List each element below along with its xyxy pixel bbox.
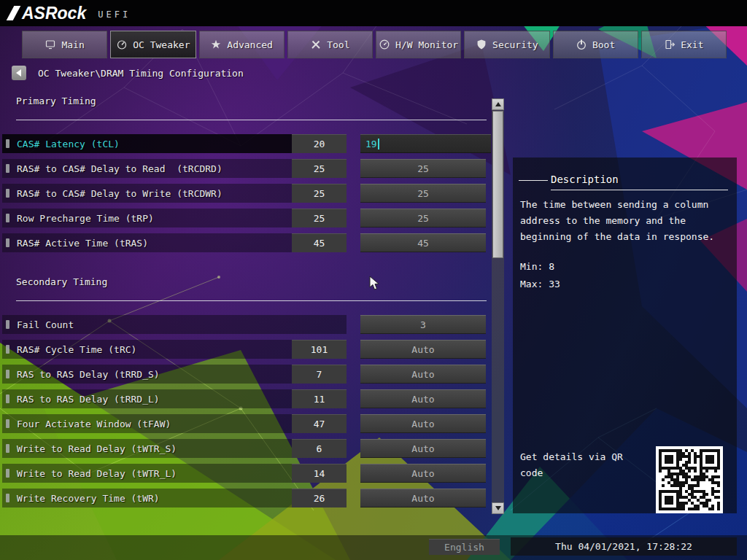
row-strip: Write Recovery Time (tWR) 26 [2, 489, 347, 508]
current-value: 47 [292, 414, 347, 433]
value-select[interactable]: Auto [360, 464, 486, 483]
row-strip: Fail Count [2, 315, 347, 334]
qr-code [656, 446, 723, 513]
hw-monitor-icon [379, 39, 390, 50]
value-text: 25 [417, 213, 429, 224]
item-bullet-icon [6, 139, 9, 148]
current-value: 101 [292, 340, 347, 359]
item-bullet-icon [6, 370, 9, 378]
value-select[interactable]: Auto [360, 365, 486, 384]
boot-icon [576, 39, 587, 50]
description-line: The time between sending a column [520, 197, 732, 213]
value-select[interactable]: 3 [360, 315, 486, 334]
setting-row-fail-count[interactable]: Fail Count 3 [2, 315, 484, 334]
setting-row-twtr-s[interactable]: Write to Read Delay (tWTR_S) 6 Auto [2, 439, 484, 458]
tab-label: Main [61, 39, 84, 50]
setting-label: Row Precharge Time (tRP) [17, 213, 154, 224]
value-select[interactable]: Auto [360, 439, 486, 458]
current-value: 25 [292, 159, 347, 178]
asrock-logo: ASRock [10, 4, 86, 23]
row-strip: RAS to RAS Delay (tRRD_L) 11 [2, 389, 347, 408]
setting-row-trrd-s[interactable]: RAS to RAS Delay (tRRD_S) 7 Auto [2, 365, 484, 384]
value-text: Auto [411, 369, 434, 380]
row-strip: Write to Read Delay (tWTR_L) 14 [2, 464, 347, 483]
row-strip: RAS to RAS Delay (tRRD_S) 7 [2, 365, 347, 384]
value-select[interactable]: 25 [360, 209, 486, 228]
description-title: Description [551, 174, 619, 185]
item-bullet-icon [6, 164, 9, 173]
scroll-down-button[interactable] [492, 502, 504, 514]
item-bullet-icon [6, 320, 9, 329]
setting-label: CAS# Latency (tCL) [17, 139, 120, 149]
back-arrow-icon [16, 69, 21, 77]
current-value: 45 [292, 233, 347, 252]
setting-row-tfaw[interactable]: Four Activate Window (tFAW) 47 Auto [2, 414, 484, 433]
value-input[interactable]: 19 [360, 134, 491, 153]
setting-row-twr[interactable]: Write Recovery Time (tWR) 26 Auto [2, 489, 484, 508]
current-value: 25 [292, 184, 347, 203]
description-max: Max: 33 [520, 279, 560, 289]
language-button[interactable]: English [429, 539, 500, 555]
setting-label: RAS# to CAS# Delay to Read (tRCDRD) [17, 163, 222, 174]
qr-caption-line: Get details via QR [520, 449, 651, 465]
tab-tool[interactable]: Tool [287, 31, 373, 58]
section-title-primary: Primary Timing [16, 96, 96, 106]
description-line: beginning of the data in response. [520, 229, 732, 245]
arrow-down-icon [495, 506, 501, 510]
current-value: 14 [292, 464, 347, 483]
security-icon [476, 39, 487, 50]
description-rule-left [519, 180, 548, 181]
item-bullet-icon [6, 238, 9, 247]
setting-row-trp[interactable]: Row Precharge Time (tRP) 25 25 [2, 209, 484, 228]
item-bullet-icon [6, 189, 9, 198]
tab-main[interactable]: Main [22, 31, 107, 58]
scrollbar-thumb[interactable] [492, 111, 503, 258]
value-select[interactable]: 45 [360, 233, 486, 252]
text-caret [378, 139, 379, 149]
setting-row-tcl[interactable]: CAS# Latency (tCL) 20 19 [2, 134, 484, 153]
tab-oc-tweaker[interactable]: OC Tweaker [110, 31, 196, 58]
row-strip: RAS# to CAS# Delay to Write (tRCDWR) 25 [2, 184, 347, 203]
item-bullet-icon [6, 394, 9, 403]
main-icon [44, 39, 56, 50]
tab-label: OC Tweaker [133, 39, 190, 50]
setting-row-trcdrd[interactable]: RAS# to CAS# Delay to Read (tRCDRD) 25 2… [2, 159, 484, 178]
tab-boot[interactable]: Boot [553, 31, 638, 58]
row-strip: RAS# Cycle Time (tRC) 101 [2, 340, 347, 359]
value-select[interactable]: 25 [360, 184, 486, 203]
tab-advanced[interactable]: Advanced [199, 31, 285, 58]
value-select[interactable]: Auto [360, 489, 486, 508]
setting-row-twtr-l[interactable]: Write to Read Delay (tWTR_L) 14 Auto [2, 464, 484, 483]
setting-row-tras[interactable]: RAS# Active Time (tRAS) 45 45 [2, 233, 484, 252]
scrollbar-track[interactable] [492, 110, 504, 502]
value-select[interactable]: Auto [360, 389, 486, 408]
tab-exit[interactable]: Exit [641, 31, 727, 58]
arrow-up-icon [495, 102, 501, 106]
scrollbar[interactable] [492, 98, 504, 514]
scroll-up-button[interactable] [492, 98, 504, 110]
value-select[interactable]: 25 [360, 159, 486, 178]
value-text: Auto [411, 419, 434, 429]
current-value: 20 [292, 134, 347, 153]
setting-label: RAS# Cycle Time (tRC) [17, 344, 136, 355]
tab-label: H/W Monitor [395, 39, 458, 50]
tab-label: Advanced [227, 39, 273, 50]
value-text: Auto [411, 344, 434, 355]
tool-icon [310, 39, 322, 50]
item-bullet-icon [6, 419, 9, 428]
tab-bar: Main OC Tweaker Advanced Tool [22, 31, 727, 58]
section-rule [16, 120, 487, 120]
tab-hw-monitor[interactable]: H/W Monitor [376, 31, 461, 58]
value-select[interactable]: Auto [360, 414, 486, 433]
value-text: Auto [411, 493, 434, 504]
value-select[interactable]: Auto [360, 340, 486, 359]
setting-row-trrd-l[interactable]: RAS to RAS Delay (tRRD_L) 11 Auto [2, 389, 484, 408]
description-text: The time between sending a column addres… [520, 197, 732, 245]
tab-security[interactable]: Security [464, 31, 549, 58]
setting-row-trc[interactable]: RAS# Cycle Time (tRC) 101 Auto [2, 340, 484, 359]
back-button[interactable] [12, 66, 26, 80]
setting-row-trcdwr[interactable]: RAS# to CAS# Delay to Write (tRCDWR) 25 … [2, 184, 484, 203]
row-strip: Four Activate Window (tFAW) 47 [2, 414, 347, 433]
brand-bar: ASRock UEFI [0, 0, 747, 26]
setting-label: RAS to RAS Delay (tRRD_L) [17, 394, 160, 405]
